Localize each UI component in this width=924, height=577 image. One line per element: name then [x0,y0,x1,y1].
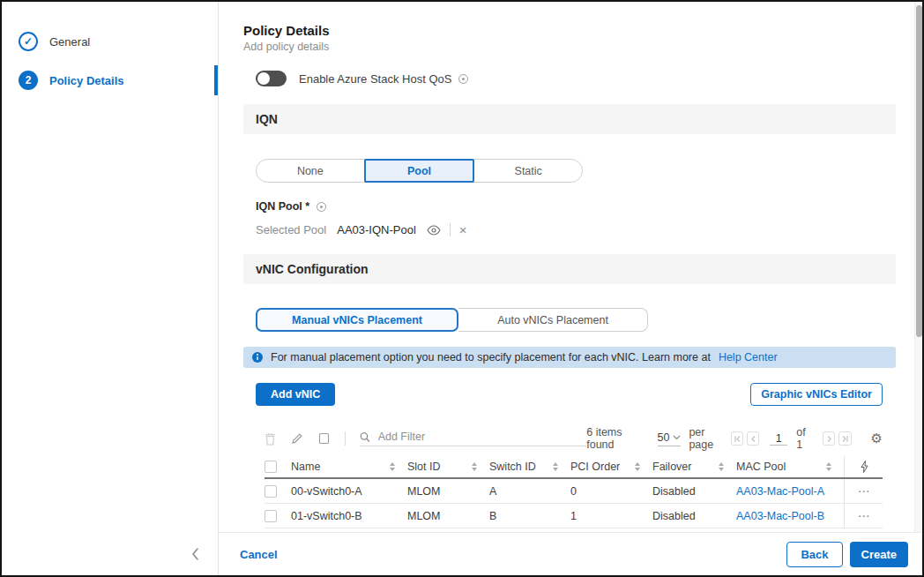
table-row[interactable]: 00-vSwitch0-A MLOM A 0 Disabled AA03-Mac… [265,479,883,504]
column-label: MAC Pool [736,461,786,473]
page-subtitle: Add policy details [243,41,896,53]
cell-switch-id: B [489,504,570,528]
iqn-pool-label: IQN Pool * [256,200,309,213]
selected-pool-label: Selected Pool [256,223,326,236]
vertical-scrollbar[interactable] [914,2,922,532]
sort-icon[interactable] [635,462,640,471]
sidebar-step-policy-details[interactable]: 2 Policy Details [2,64,218,97]
last-page-button[interactable] [838,431,851,446]
close-icon: × [459,222,467,237]
chevron-down-icon [673,435,681,440]
banner-text: For manual placement option you need to … [271,351,711,363]
sidebar-collapse-button[interactable] [190,547,200,561]
iqn-option-pool[interactable]: Pool [364,159,475,183]
cell-slot-id: MLOM [407,479,489,503]
cell-switch-id: A [489,479,570,503]
edit-button[interactable] [291,432,303,445]
clear-pool-button[interactable]: × [459,223,467,236]
iqn-option-static[interactable]: Static [474,160,582,182]
items-found-text: 6 items found [586,426,634,451]
sort-icon[interactable] [826,462,831,471]
vnic-table: Name Slot ID Switch ID PCI Order Failove… [265,456,883,528]
divider [450,223,451,236]
add-vnic-button[interactable]: Add vNIC [256,383,335,406]
info-icon[interactable] [317,202,326,212]
trash-icon [265,432,276,446]
azure-qos-toggle[interactable] [256,71,287,86]
row-checkbox-cell [265,479,291,503]
chevron-right-icon [825,435,833,443]
column-header-pci-order: PCI Order [570,456,652,477]
sort-icon[interactable] [719,462,724,471]
footer-buttons: Back Create [786,542,908,567]
add-filter-input[interactable] [378,431,587,443]
current-page-input[interactable] [770,432,787,446]
qos-toggle-row: Enable Azure Stack Host QoS [256,71,896,86]
column-label: Switch ID [489,461,536,473]
search-icon [360,431,370,443]
column-header-mac-pool: MAC Pool [736,456,844,477]
last-page-icon [841,435,849,443]
page-of-label: of 1 [796,426,812,451]
cell-name: 01-vSwitch0-B [291,504,407,528]
lightning-icon [861,461,868,473]
vnic-actions-row: Add vNIC Graphic vNICs Editor [243,383,896,406]
column-header-failover: Failover [652,456,736,477]
sort-icon[interactable] [390,462,395,471]
row-menu-button[interactable]: ··· [859,511,871,521]
cell-mac-pool: AA03-Mac-Pool-A [736,479,844,503]
help-center-link[interactable]: Help Center [719,351,778,363]
iqn-option-none[interactable]: None [257,160,364,182]
first-page-button[interactable] [731,431,743,446]
graphic-vnics-editor-button[interactable]: Graphic vNICs Editor [750,383,883,406]
header-checkbox-cell [265,456,291,477]
create-button[interactable]: Create [850,542,908,567]
column-label: Name [291,461,320,473]
table-row[interactable]: 01-vSwitch0-B MLOM B 1 Disabled AA03-Mac… [265,504,883,528]
scrollbar-thumb[interactable] [916,5,922,337]
tab-manual-vnics-placement[interactable]: Manual vNICs Placement [256,308,458,332]
step-policy-details-label: Policy Details [49,74,124,87]
azure-qos-label: Enable Azure Stack Host QoS [299,72,451,86]
row-menu-button[interactable]: ··· [859,486,871,497]
mac-pool-link[interactable]: AA03-Mac-Pool-A [736,485,824,498]
step-general-label: General [49,35,90,49]
iqn-pool-label-row: IQN Pool * [256,200,896,213]
page-title: Policy Details [243,23,896,38]
delete-button[interactable] [265,432,276,446]
info-icon[interactable] [458,74,468,84]
prev-page-button[interactable] [747,431,759,446]
per-page-label: per page [689,426,720,451]
export-button[interactable] [318,432,330,445]
iqn-mode-segmented-control: None Pool Static [256,159,583,183]
copy-icon [318,432,330,445]
iqn-section-header: IQN [243,104,896,134]
sort-icon[interactable] [553,462,558,471]
main-panel: Policy Details Add policy details Enable… [219,2,922,575]
vnic-section-header: vNIC Configuration [243,254,896,284]
sort-icon[interactable] [472,462,477,471]
cancel-button[interactable]: Cancel [240,548,278,561]
filter-field [360,431,587,446]
select-all-checkbox[interactable] [265,461,277,473]
row-checkbox[interactable] [265,510,277,522]
tab-auto-vnics-placement[interactable]: Auto vNICs Placement [458,308,648,332]
manual-placement-info-banner: For manual placement option you need to … [243,347,896,368]
page-size-select[interactable]: 50 [658,431,682,446]
sidebar-step-general[interactable]: ✓ General [2,25,218,58]
wizard-steps-sidebar: ✓ General 2 Policy Details [2,2,219,575]
vnic-section-title: vNIC Configuration [256,262,369,276]
column-label: PCI Order [570,461,620,473]
mac-pool-link[interactable]: AA03-Mac-Pool-B [736,510,824,522]
table-settings-button[interactable]: ⚙ [871,431,883,446]
row-checkbox[interactable] [265,485,277,498]
back-button[interactable]: Back [786,542,842,567]
vnic-placement-tabs: Manual vNICs Placement Auto vNICs Placem… [256,308,896,332]
step-number-badge: 2 [19,71,38,90]
column-header-name: Name [291,456,407,477]
selected-pool-value: AA03-IQN-Pool [337,223,416,236]
pagination-controls: of 1 [731,426,851,451]
next-page-button[interactable] [823,431,835,446]
view-pool-button[interactable] [427,225,441,236]
divider [345,431,346,446]
